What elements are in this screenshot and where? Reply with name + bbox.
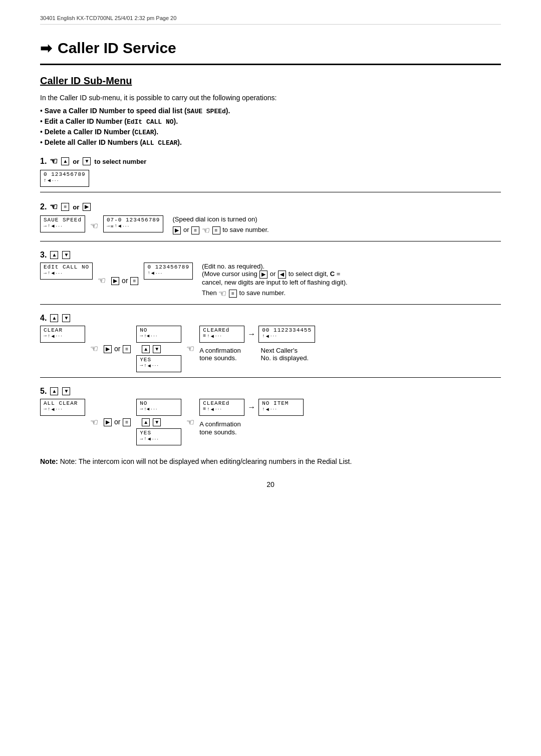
menu-btn-2d: ≡ [212, 226, 220, 234]
step-1-select: to select number [94, 158, 146, 165]
step-1-flow: 0 123456789 ↑◀ ··· [40, 170, 501, 187]
down-btn-4b: ▼ [153, 345, 161, 353]
step-3-number: 3. ▲ ▼ [40, 250, 501, 260]
step-4-divider [40, 377, 501, 378]
section-title-wrapper: ➡ Caller ID Service [40, 40, 501, 65]
step4-yes-branch: YES →↑◀ ··· [136, 355, 181, 372]
next-note-4: Next Caller'sNo. is displayed. [261, 347, 309, 362]
confirm-note-4: A confirmationtone sounds. [199, 347, 240, 362]
down-btn-4: ▼ [62, 314, 70, 322]
hand-icon-2b: ☜ [90, 220, 98, 231]
up-btn-1: ▲ [61, 157, 69, 165]
confirm-note-5: A confirmationtone sounds. [199, 420, 304, 436]
menu-btn-4: ≡ [123, 345, 131, 353]
page-number: 20 [40, 480, 501, 488]
step-1-desc: or [73, 158, 79, 165]
lcd-step4-yes: YES →↑◀ ··· [136, 355, 181, 372]
step-3-orbtn: ▶ or ≡ [111, 277, 139, 285]
step-5-confirm: CLEAREd ≡↑◀ ··· → NO ITEM ↑◀ ··· A confi… [199, 399, 304, 436]
down-btn-5: ▼ [62, 387, 70, 395]
hand-icon-1: ☜ [50, 156, 58, 167]
lcd-step2-left: SAUE SPEEd → ↑◀ ··· [40, 215, 85, 232]
hand-icon-5: ☜ [90, 417, 98, 428]
menu-btn-5: ≡ [123, 418, 131, 426]
lcd-step4-cleared: CLEAREd ≡↑◀ ··· [199, 326, 244, 343]
header-text: 30401 English KX-TCD700NL 25/4/01 2:32 p… [40, 15, 176, 21]
up-btn-5b: ▲ [142, 418, 150, 426]
sub-heading: Caller ID Sub-Menu [40, 75, 501, 87]
right-btn-4: ▶ [104, 345, 112, 353]
down-btn-5b: ▼ [153, 418, 161, 426]
step-4-confirm: CLEAREd ≡↑◀ ··· → 00 1122334455 ↑◀ ··· A… [199, 326, 315, 362]
step-5-flow: ALL CLEAR →↑◀ ··· ☜ ▶ or ≡ NO →↑◀ · [40, 399, 501, 445]
lcd-step1: 0 123456789 ↑◀ ··· [40, 170, 89, 187]
step-3: 3. ▲ ▼ EdIt CALL NO →↑◀ ··· ☜ ▶ or ≡ [40, 250, 501, 305]
step5-no-branch: NO →↑◀ ··· [136, 399, 181, 416]
lcd-step4-no: NO →↑◀ ··· [136, 326, 181, 343]
hand-icon-2c: ☜ [202, 225, 210, 236]
lcd-step5-noitem: NO ITEM ↑◀ ··· [258, 399, 304, 416]
right-btn-3b: ▶ [259, 271, 267, 279]
bullet-item-4: Delete all Caller ID Numbers (ALL CLEAR)… [40, 138, 501, 147]
step3-line3: Then ☜ ≡ to save number. [202, 288, 352, 299]
menu-btn-2: ≡ [61, 203, 69, 211]
lcd-step5-yes: YES →↑◀ ··· [136, 428, 181, 445]
step-4-orbtn: ▶ or ≡ [103, 345, 131, 353]
bullet-list: Save a Caller ID Number to speed dial li… [40, 107, 501, 147]
lcd-step5-allclear: ALL CLEAR →↑◀ ··· [40, 399, 85, 416]
step-1: 1. ☜ ▲ or ▼ to select number 0 123456789… [40, 156, 501, 192]
step-4-branches: NO →↑◀ ··· ▲ ▼ YES →↑◀ ··· [136, 326, 181, 372]
arrow-4a: → [247, 330, 255, 339]
step4-no-branch: NO →↑◀ ··· [136, 326, 181, 343]
hand-icon-2: ☜ [50, 201, 58, 212]
page-container: 30401 English KX-TCD700NL 25/4/01 2:32 p… [0, 0, 541, 756]
step-2-divider [40, 241, 501, 241]
step4-cleared-row: CLEAREd ≡↑◀ ··· → 00 1122334455 ↑◀ ··· [199, 326, 315, 343]
step-4-flow: CLEAR →↑◀ ··· ☜ ▶ or ≡ NO →↑◀ ··· [40, 326, 501, 372]
step-5-orbtn: ▶ or ≡ [103, 418, 131, 426]
hand-icon-3: ☜ [98, 275, 106, 286]
up-btn-3: ▲ [50, 251, 58, 259]
section-title: ➡ Caller ID Service [40, 40, 501, 57]
right-btn-5: ▶ [104, 418, 112, 426]
lcd-step3-left: EdIt CALL NO →↑◀ ··· [40, 263, 93, 280]
menu-btn-3b: ≡ [229, 290, 237, 298]
lcd-step3-right: 0 123456789 ↑◀ ··· [144, 263, 193, 280]
lcd-step4-next: 00 1122334455 ↑◀ ··· [258, 326, 315, 343]
lcd-step5-no: NO →↑◀ ··· [136, 399, 181, 416]
down-btn-3: ▼ [62, 251, 70, 259]
step-3-divider [40, 304, 501, 305]
step-1-number: 1. ☜ ▲ or ▼ to select number [40, 156, 501, 167]
page-header: 30401 English KX-TCD700NL 25/4/01 2:32 p… [40, 15, 501, 25]
arrow-5a: → [247, 403, 255, 412]
right-btn-2: ▶ [83, 203, 91, 211]
step4-updown: ▲ ▼ [141, 345, 181, 353]
step-4: 4. ▲ ▼ CLEAR →↑◀ ··· ☜ ▶ or ≡ [40, 314, 501, 378]
step-5-branches: NO →↑◀ ··· ▲ ▼ YES →↑◀ ··· [136, 399, 181, 445]
step5-updown: ▲ ▼ [141, 418, 181, 426]
step-4-number: 4. ▲ ▼ [40, 314, 501, 323]
step3-line2: (Move cursor using ▶ or ◀ to select digi… [202, 270, 352, 286]
up-btn-5: ▲ [50, 387, 58, 395]
step-5: 5. ▲ ▼ ALL CLEAR →↑◀ ··· ☜ ▶ or ≡ [40, 387, 501, 445]
arrow-bullet-icon: ➡ [40, 40, 52, 57]
bullet-item-3: Delete a Caller ID Number (CLEAR). [40, 128, 501, 136]
bullet-item-1: Save a Caller ID Number to speed dial li… [40, 107, 501, 115]
step3-line1: (Edit no. as required). [202, 263, 352, 270]
step-3-flow: EdIt CALL NO →↑◀ ··· ☜ ▶ or ≡ 0 12345678… [40, 263, 501, 299]
step-2: 2. ☜ ≡ or ▶ SAUE SPEEd → ↑◀ ··· ☜ 07-0 1… [40, 201, 501, 241]
speed-note: (Speed dial icon is turned on) [172, 215, 268, 223]
step5-cleared-row: CLEAREd ≡↑◀ ··· → NO ITEM ↑◀ ··· [199, 399, 304, 416]
or-right-btn: ▶ [173, 226, 181, 234]
hand-icon-4b: ☜ [186, 343, 194, 354]
down-btn-1: ▼ [83, 157, 91, 165]
up-btn-4b: ▲ [142, 345, 150, 353]
or-menu-btn: ≡ [191, 226, 199, 234]
step4-notes-row: A confirmationtone sounds. Next Caller's… [199, 347, 315, 362]
hand-icon-5b: ☜ [186, 417, 194, 428]
step-3-description: (Edit no. as required). (Move cursor usi… [202, 263, 352, 299]
step-2-flow: SAUE SPEEd → ↑◀ ··· ☜ 07-0 123456789 →✉ … [40, 215, 501, 236]
hand-icon-4: ☜ [90, 343, 98, 354]
left-btn-3b: ◀ [278, 271, 286, 279]
right-btn-3: ▶ [111, 277, 119, 285]
